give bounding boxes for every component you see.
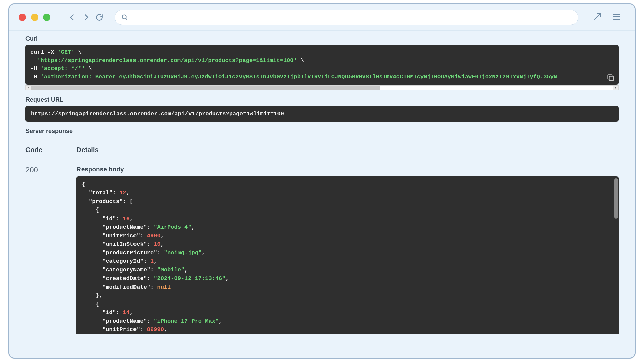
copy-curl-icon[interactable]	[606, 73, 615, 82]
curl-url: 'https://springapirenderclass.onrender.c…	[37, 57, 297, 64]
page-content: Curl curl -X 'GET' \ 'https://springapir…	[9, 31, 635, 358]
swagger-panel: Curl curl -X 'GET' \ 'https://springapir…	[17, 31, 627, 358]
response-code: 200	[25, 166, 46, 174]
code-column-header: Code	[25, 146, 46, 154]
response-body-label: Response body	[76, 166, 619, 173]
curl-section-label: Curl	[25, 35, 619, 42]
json-p0-price: 4990	[147, 233, 161, 239]
svg-point-0	[122, 15, 126, 19]
address-bar[interactable]	[115, 10, 578, 25]
json-p0-catname: Mobile	[161, 267, 181, 273]
scroll-right-arrow[interactable]: ▸	[613, 86, 618, 90]
curl-code-block[interactable]: curl -X 'GET' \ 'https://springapirender…	[25, 45, 619, 85]
scroll-thumb[interactable]	[31, 86, 380, 90]
toolbar-right	[592, 12, 622, 23]
vertical-scrollbar-thumb[interactable]	[614, 178, 618, 219]
json-p0-created: 2024-09-12 17:13:46	[157, 275, 222, 282]
json-total: 12	[119, 190, 126, 196]
minimize-window-button[interactable]	[31, 14, 38, 21]
close-window-button[interactable]	[19, 14, 26, 21]
response-body-json[interactable]: { "total": 12, "products": [ { "id": 16,…	[76, 176, 619, 334]
request-url-block[interactable]: https://springapirenderclass.onrender.co…	[25, 106, 619, 122]
json-p0-stock: 10	[154, 241, 160, 247]
back-button[interactable]	[68, 13, 77, 22]
json-p1-name: iPhone 17 Pro Max	[157, 318, 215, 324]
request-url-label: Request URL	[25, 96, 619, 103]
curl-method: 'GET'	[58, 49, 75, 55]
curl-h1-flag: -H	[30, 65, 41, 72]
json-p1-id: 14	[123, 309, 129, 316]
search-icon	[121, 14, 128, 21]
expand-icon[interactable]	[592, 12, 602, 23]
json-p0-name: AirPods 4	[157, 224, 188, 230]
menu-icon[interactable]	[612, 12, 622, 23]
json-p0-id: 16	[123, 216, 129, 222]
window-controls	[19, 14, 50, 21]
json-p0-pic: noimg.jpg	[167, 250, 198, 256]
curl-h2-flag: -H	[30, 74, 41, 80]
curl-h1: 'accept: */*'	[41, 65, 85, 72]
browser-toolbar	[9, 4, 635, 31]
svg-line-2	[594, 14, 600, 20]
scroll-left-arrow[interactable]: ◂	[26, 86, 31, 90]
json-p0-catid: 1	[150, 258, 154, 264]
forward-button[interactable]	[81, 13, 91, 22]
horizontal-scrollbar[interactable]: ◂ ▸	[25, 85, 619, 90]
curl-cmd: curl -X	[30, 49, 58, 55]
url-input[interactable]	[132, 14, 572, 21]
curl-bs2: \	[297, 57, 304, 64]
curl-bs1: \	[75, 49, 82, 55]
curl-bs3: \	[85, 65, 92, 72]
details-column-header: Details	[76, 146, 99, 154]
response-details: Response body { "total": 12, "products":…	[76, 166, 619, 334]
svg-rect-6	[609, 76, 614, 80]
browser-window: Curl curl -X 'GET' \ 'https://springapir…	[8, 3, 636, 359]
response-headers-row: Code Details	[25, 141, 619, 158]
curl-block-wrapper: curl -X 'GET' \ 'https://springapirender…	[25, 45, 619, 90]
maximize-window-button[interactable]	[43, 14, 50, 21]
curl-h2: 'Authorization: Bearer eyJhbGciOiJIUzUxM…	[41, 74, 557, 80]
svg-line-1	[126, 18, 127, 19]
response-row: 200 Response body { "total": 12, "produc…	[25, 158, 619, 334]
server-response-label: Server response	[25, 128, 619, 135]
refresh-button[interactable]	[95, 13, 104, 22]
json-p1-price: 89990	[147, 326, 164, 333]
scroll-track[interactable]	[31, 86, 613, 90]
